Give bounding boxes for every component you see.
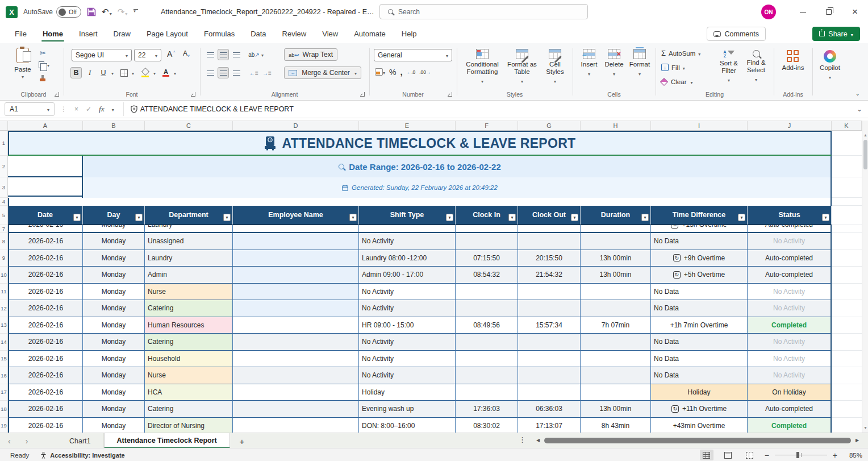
column-header-duration[interactable]: Duration xyxy=(581,206,651,225)
empty-cell[interactable] xyxy=(832,250,862,267)
ribbon-tab-page-layout[interactable]: Page Layout xyxy=(139,24,196,43)
copy-button[interactable] xyxy=(39,61,49,68)
row-header-8[interactable]: 8 xyxy=(0,233,7,250)
empty-cell[interactable] xyxy=(832,351,862,368)
cell-clock-out[interactable] xyxy=(518,384,581,401)
cell-department[interactable]: Director of Nursing xyxy=(145,418,233,433)
underline-button[interactable]: U xyxy=(98,67,109,78)
row-header-13[interactable]: 13 xyxy=(0,317,7,334)
filter-dropdown-icon[interactable] xyxy=(571,214,578,221)
accessibility-status[interactable]: Accessibility: Investigate xyxy=(40,452,124,459)
cell-employee-name[interactable] xyxy=(233,367,359,384)
empty-cell[interactable] xyxy=(832,334,862,351)
font-color-button[interactable]: A xyxy=(160,67,172,78)
row-header-17[interactable]: 17 xyxy=(0,384,7,401)
cell-duration[interactable] xyxy=(581,334,651,351)
cell-clock-in[interactable] xyxy=(456,284,518,301)
filter-dropdown-icon[interactable] xyxy=(135,214,143,221)
cell-shift-type[interactable] xyxy=(359,225,456,233)
cell-status[interactable]: Completed xyxy=(748,418,832,433)
cell-duration[interactable] xyxy=(581,367,651,384)
column-header-K[interactable]: K xyxy=(832,121,862,130)
decrease-indent-button[interactable]: ←≡ xyxy=(248,67,260,78)
clipboard-dialog-launcher-icon[interactable] xyxy=(55,92,59,97)
cell-date[interactable]: 2026-02-16 xyxy=(8,267,83,284)
add-ins-button[interactable]: Add-ins xyxy=(779,50,807,72)
cell-status[interactable]: Auto-completed xyxy=(748,225,832,233)
row-header-1[interactable]: 1 xyxy=(0,131,7,156)
redo-button[interactable]: ↷ xyxy=(118,7,128,17)
cell-employee-name[interactable] xyxy=(233,250,359,267)
percent-style-button[interactable]: % xyxy=(389,68,396,77)
number-format-select[interactable]: General xyxy=(374,49,452,61)
empty-cell[interactable] xyxy=(832,317,862,334)
font-size-select[interactable]: 22 xyxy=(134,49,161,61)
cell-clock-in[interactable] xyxy=(456,351,518,368)
restore-button[interactable] xyxy=(816,0,842,24)
cell-clock-in[interactable]: 07:15:50 xyxy=(456,250,518,267)
autosave-control[interactable]: AutoSave Off xyxy=(23,6,81,18)
cell-status[interactable]: Auto-completed xyxy=(748,250,832,267)
cell-duration[interactable] xyxy=(581,384,651,401)
cell-time-difference[interactable]: Holiday xyxy=(651,384,748,401)
cell-clock-out[interactable]: 21:54:32 xyxy=(518,267,581,284)
hscroll-left-icon[interactable]: ◀ xyxy=(536,438,540,443)
cell-department[interactable]: Laundry xyxy=(145,225,233,233)
cell-employee-name[interactable] xyxy=(233,401,359,418)
cell-shift-type[interactable]: No Activity xyxy=(359,351,456,368)
wrap-text-button[interactable]: ab↩ Wrap Text xyxy=(284,48,337,61)
row-header-19[interactable]: 19 xyxy=(0,418,7,435)
scroll-up-icon[interactable]: ▲ xyxy=(862,131,868,139)
cell-duration[interactable] xyxy=(581,351,651,368)
cell-duration[interactable]: 7h 07min xyxy=(581,317,651,334)
select-all-corner[interactable] xyxy=(0,121,8,130)
ribbon-tab-home[interactable]: Home xyxy=(35,24,71,43)
filter-dropdown-icon[interactable] xyxy=(73,214,81,221)
empty-cell[interactable] xyxy=(832,156,862,177)
prev-sheet-icon[interactable]: ‹ xyxy=(8,437,11,446)
column-header-I[interactable]: I xyxy=(651,121,748,130)
column-header-H[interactable]: H xyxy=(581,121,651,130)
ribbon-tab-insert[interactable]: Insert xyxy=(71,24,106,43)
ribbon-tab-automate[interactable]: Automate xyxy=(346,24,394,43)
cell-clock-out[interactable]: 06:36:03 xyxy=(518,401,581,418)
row-header-15[interactable]: 15 xyxy=(0,351,7,368)
undo-button[interactable]: ↶ xyxy=(102,7,112,17)
cell-date[interactable]: 2026-02-16 xyxy=(8,401,83,418)
cell-department[interactable]: Unassigned xyxy=(145,233,233,250)
cell-date[interactable]: 2026-02-16 xyxy=(8,284,83,301)
scroll-down-icon[interactable]: ▼ xyxy=(862,423,868,431)
vertical-scrollbar[interactable]: ▲ ▼ xyxy=(862,121,868,433)
alignment-dialog-launcher-icon[interactable] xyxy=(360,92,365,97)
ribbon-tab-review[interactable]: Review xyxy=(274,24,315,43)
column-header-C[interactable]: C xyxy=(145,121,233,130)
cell-clock-in[interactable] xyxy=(456,225,518,233)
autosave-toggle[interactable]: Off xyxy=(56,6,81,18)
row-header-5[interactable]: 5 xyxy=(0,206,7,225)
accounting-format-button[interactable] xyxy=(375,68,385,76)
filter-dropdown-icon[interactable] xyxy=(822,214,829,221)
cell-date[interactable]: 2026-02-16 xyxy=(8,351,83,368)
ribbon-tab-formulas[interactable]: Formulas xyxy=(196,24,243,43)
cell-clock-in[interactable] xyxy=(456,367,518,384)
cell-shift-type[interactable]: Evening wash up xyxy=(359,401,456,418)
cell-clock-in[interactable] xyxy=(456,300,518,317)
number-dialog-launcher-icon[interactable] xyxy=(448,92,452,97)
cell-shift-type[interactable]: No Activity xyxy=(359,284,456,301)
cell-clock-in[interactable]: 08:54:32 xyxy=(456,267,518,284)
cell-status[interactable]: Auto-completed xyxy=(748,401,832,418)
align-right-button[interactable] xyxy=(231,67,242,78)
align-top-button[interactable] xyxy=(205,49,216,60)
insert-cells-button[interactable]: Insert xyxy=(577,49,601,78)
column-header-J[interactable]: J xyxy=(748,121,832,130)
increase-indent-button[interactable]: →≡ xyxy=(261,67,273,78)
filter-dropdown-icon[interactable] xyxy=(223,214,231,221)
column-header-G[interactable]: G xyxy=(518,121,581,130)
row-header-11[interactable]: 11 xyxy=(0,284,7,301)
row-header-9[interactable]: 9 xyxy=(0,250,7,267)
column-header-department[interactable]: Department xyxy=(145,206,233,225)
cell-shift-type[interactable]: Admin 09:00 - 17:00 xyxy=(359,267,456,284)
column-header-date[interactable]: Date xyxy=(8,206,83,225)
cell-time-difference[interactable]: No Data xyxy=(651,284,748,301)
empty-cell[interactable] xyxy=(832,267,862,284)
